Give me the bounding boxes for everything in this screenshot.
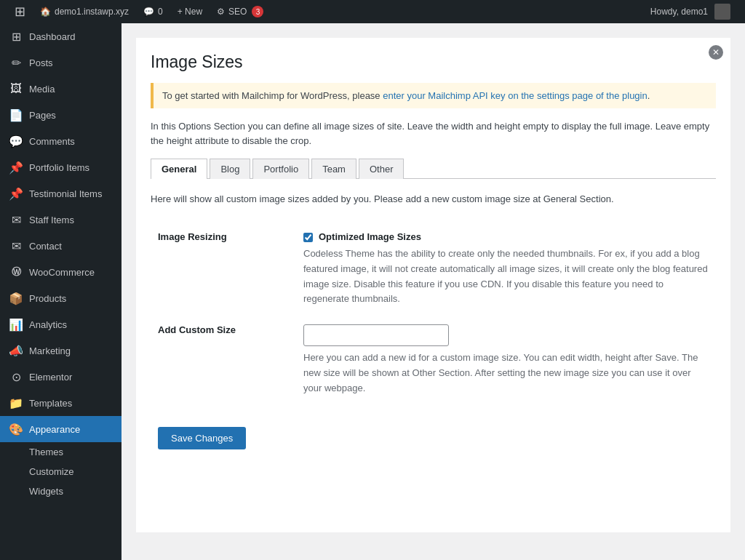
sidebar-item-marketing[interactable]: 📣 Marketing: [0, 337, 121, 364]
sidebar-item-testimonial-items[interactable]: 📌 Testimonial Items: [0, 180, 121, 207]
custom-size-description: Here you can add a new id for a custom i…: [303, 351, 709, 396]
main-content: ✕ Image Sizes To get started with Mailch…: [121, 23, 745, 560]
mailchimp-link[interactable]: enter your Mailchimp API key on the sett…: [383, 90, 648, 101]
sidebar-item-widgets[interactable]: Widgets: [0, 481, 121, 501]
image-resizing-description: Codeless Theme has the ability to create…: [303, 247, 709, 307]
staff-icon: ✉: [9, 213, 23, 227]
save-changes-button[interactable]: Save Changes: [158, 427, 246, 449]
add-custom-size-row: Add Custom Size Here you can add a new i…: [151, 316, 716, 404]
sidebar-item-portfolio-items[interactable]: 📌 Portfolio Items: [0, 154, 121, 180]
pages-icon: 📄: [9, 108, 23, 122]
wp-logo[interactable]: ⊞: [7, 0, 33, 23]
optimized-checkbox[interactable]: [303, 233, 313, 242]
user-avatar: [714, 4, 730, 20]
sidebar-item-staff-items[interactable]: ✉ Staff Items: [0, 207, 121, 233]
active-arrow: [108, 425, 113, 433]
sidebar-item-media[interactable]: 🖼 Media: [0, 76, 121, 102]
woocommerce-icon: Ⓦ: [9, 265, 23, 279]
new-content[interactable]: + New: [170, 0, 210, 23]
mailchimp-notice: To get started with Mailchimp for WordPr…: [151, 83, 716, 108]
tab-other[interactable]: Other: [359, 159, 405, 179]
options-form: Image Resizing Optimized Image Sizes Cod…: [151, 223, 716, 405]
portfolio-icon: 📌: [9, 161, 23, 175]
seo-item[interactable]: ⚙ SEO 3: [210, 0, 271, 23]
image-resizing-label: Image Resizing: [151, 223, 296, 316]
optimized-checkbox-label[interactable]: Optimized Image Sizes: [319, 231, 421, 242]
comments-icon: 💬: [9, 135, 23, 148]
sidebar-item-themes[interactable]: Themes: [0, 442, 121, 462]
tab-description: Here will show all custom image sizes ad…: [151, 193, 716, 204]
sidebar-item-posts[interactable]: ✏ Posts: [0, 49, 121, 76]
sidebar-item-elementor[interactable]: ⊙ Elementor: [0, 364, 121, 390]
image-resizing-row: Image Resizing Optimized Image Sizes Cod…: [151, 223, 716, 316]
home-icon: 🏠: [40, 7, 51, 17]
sidebar-item-comments[interactable]: 💬 Comments: [0, 128, 121, 154]
tab-portfolio[interactable]: Portfolio: [252, 159, 309, 179]
tabs-wrapper: General Blog Portfolio Team Other: [151, 159, 716, 179]
analytics-icon: 📊: [9, 318, 23, 332]
products-icon: 📦: [9, 292, 23, 305]
comments-item[interactable]: 💬 0: [136, 0, 170, 23]
tab-general[interactable]: General: [151, 159, 207, 179]
seo-count-badge: 3: [252, 6, 263, 17]
close-button[interactable]: ✕: [709, 45, 723, 60]
dashboard-icon: ⊞: [9, 30, 23, 44]
sidebar: ⊞ Dashboard ✏ Posts 🖼 Media 📄 Pages 💬 Co…: [0, 23, 121, 560]
appearance-icon: 🎨: [9, 423, 23, 436]
sidebar-item-appearance[interactable]: 🎨 Appearance: [0, 416, 121, 442]
media-icon: 🖼: [9, 82, 23, 95]
elementor-icon: ⊙: [9, 370, 23, 384]
sidebar-item-contact[interactable]: ✉ Contact: [0, 233, 121, 259]
custom-size-input[interactable]: [303, 324, 449, 346]
content-wrap: ✕ Image Sizes To get started with Mailch…: [136, 38, 730, 532]
testimonial-icon: 📌: [9, 187, 23, 201]
contact-icon: ✉: [9, 239, 23, 253]
wp-icon: ⊞: [15, 4, 25, 20]
add-custom-size-cell: Here you can add a new id for a custom i…: [296, 316, 716, 404]
tab-team[interactable]: Team: [311, 159, 356, 179]
image-resizing-cell: Optimized Image Sizes Codeless Theme has…: [296, 223, 716, 316]
page-title: Image Sizes: [151, 52, 716, 72]
sidebar-item-dashboard[interactable]: ⊞ Dashboard: [0, 23, 121, 49]
marketing-icon: 📣: [9, 344, 23, 358]
section-description: In this Options Section you can define a…: [151, 119, 716, 148]
sidebar-item-woocommerce[interactable]: Ⓦ WooCommerce: [0, 259, 121, 285]
posts-icon: ✏: [9, 56, 23, 70]
templates-icon: 📁: [9, 396, 23, 410]
submit-section: Save Changes: [151, 427, 716, 449]
sidebar-item-pages[interactable]: 📄 Pages: [0, 102, 121, 128]
tab-blog[interactable]: Blog: [210, 159, 250, 179]
user-greeting[interactable]: Howdy, demo1: [643, 0, 738, 23]
comment-icon: 💬: [143, 7, 154, 17]
site-name[interactable]: 🏠 demo1.instawp.xyz: [33, 0, 136, 23]
add-custom-size-label: Add Custom Size: [151, 316, 296, 404]
sidebar-item-customize[interactable]: Customize: [0, 462, 121, 481]
seo-icon: ⚙: [217, 7, 225, 17]
sidebar-item-analytics[interactable]: 📊 Analytics: [0, 311, 121, 337]
sidebar-item-products[interactable]: 📦 Products: [0, 285, 121, 311]
sidebar-item-templates[interactable]: 📁 Templates: [0, 390, 121, 416]
